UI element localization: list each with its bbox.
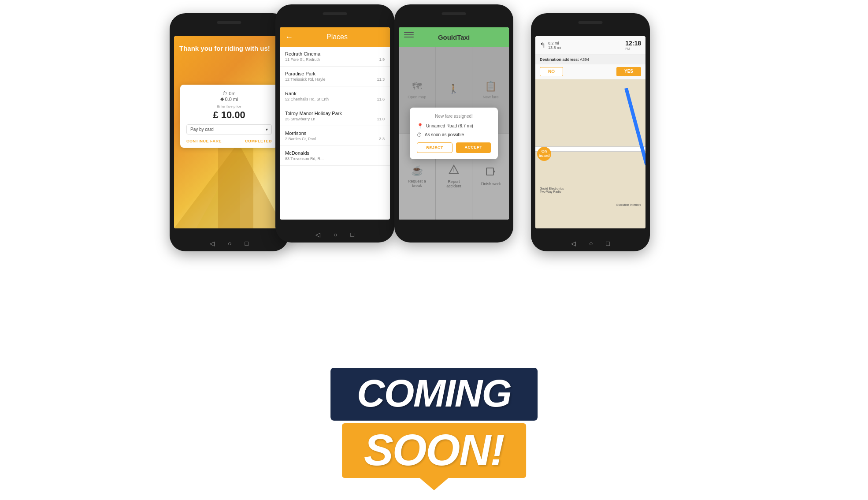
phone-1-nav: ◁ ○ □ (170, 240, 289, 247)
fare-price-label: Enter fare price (186, 104, 272, 108)
place-list-item[interactable]: Morrisons 2 Bartles Ct, Pool 3.3 (280, 126, 390, 146)
turn-distance: 0.2 mi (548, 41, 561, 45)
place-name: McDonalds (285, 150, 385, 156)
turn-arrow-icon: ↰ (540, 41, 545, 49)
back-arrow-icon[interactable]: ← (285, 33, 293, 42)
phone-3-screen: GouldTaxi 🗺 Open map 🚶 (399, 27, 509, 220)
phones-container: Thank you for riding with us! ⏱ 0m ◆ (170, 4, 698, 260)
nav-square-icon[interactable]: □ (351, 231, 354, 238)
fare-card: ⏱ 0m ◆ 0.0 mi Enter fare price £ 10.00 (180, 85, 278, 148)
place-name: Paradise Park (285, 71, 385, 76)
phone-2: ← Places Redruth Cinema 11 Fore St, Redr… (275, 4, 394, 243)
place-address: 12 Trelissick Rd, Hayle (285, 77, 326, 82)
thank-you-text: Thank you for riding with us! (179, 44, 279, 53)
modal-location-text: Unnamed Road (6.7 mi) (426, 123, 473, 128)
dest-label: Destination address: (540, 57, 579, 62)
hamburger-menu-icon[interactable] (404, 32, 414, 42)
fare-distance: ◆ 0.0 mi (220, 96, 238, 102)
place-list-item[interactable]: Tolroy Manor Holiday Park 25 Strawberry … (280, 106, 390, 126)
diamond-icon: ◆ (220, 96, 224, 102)
coming-text: COMING (357, 375, 511, 412)
place-name: Tolroy Manor Holiday Park (285, 111, 385, 116)
accept-button[interactable]: ACCEPT (456, 142, 491, 153)
nav-back-icon[interactable]: ◁ (210, 240, 215, 247)
phone-1: Thank you for riding with us! ⏱ 0m ◆ (170, 13, 289, 251)
places-title: Places (297, 33, 385, 41)
place-address: 25 Strawberry Ln (285, 117, 315, 121)
fare-price: £ 10.00 (186, 109, 272, 121)
phone1-screen: Thank you for riding with us! ⏱ 0m ◆ (174, 36, 284, 228)
place-name: Redruth Cinema (285, 51, 385, 56)
clock-icon: ⏱ (223, 91, 227, 96)
place-name: Rank (285, 91, 385, 96)
phone-4-wrapper: ↰ 0.2 mi 13.8 mi 12:18 PM (531, 13, 650, 251)
place-distance: 3.3 (379, 137, 385, 141)
fare-stats: ⏱ 0m ◆ 0.0 mi (186, 91, 272, 102)
place-address: 52 Chenhalls Rd, St Erth (285, 97, 329, 101)
completed-button[interactable]: COMPLETED (245, 139, 272, 143)
dest-value: A394 (580, 57, 589, 62)
place-address: 2 Bartles Ct, Pool (285, 137, 316, 141)
continue-fare-button[interactable]: CONTINUE FARE (186, 139, 222, 143)
turn-instruction: ↰ 0.2 mi 13.8 mi (540, 41, 561, 50)
soon-text: SOON! (364, 428, 504, 472)
location-pin-icon: 📍 (417, 123, 423, 129)
phone-4-screen: ↰ 0.2 mi 13.8 mi 12:18 PM (535, 36, 645, 228)
phone-4-nav: ◁ ○ □ (531, 240, 650, 247)
navigation-map: Evolution Interiors Gould ElectronicsTwo… (535, 79, 645, 228)
modal-timing-row: ⏱ As soon as possible (417, 132, 491, 138)
phone-2-screen: ← Places Redruth Cinema 11 Fore St, Redr… (280, 27, 390, 220)
phone-4: ↰ 0.2 mi 13.8 mi 12:18 PM (531, 13, 650, 251)
place-list-item[interactable]: McDonalds 83 Trevenson Rd, R... (280, 146, 390, 166)
place-list-item[interactable]: Redruth Cinema 11 Fore St, Redruth 1.9 (280, 47, 390, 67)
phone-2-nav: ◁ ○ □ (275, 231, 394, 238)
place-name: Morrisons (285, 131, 385, 136)
place-list-item[interactable]: Paradise Park 12 Trelissick Rd, Hayle 11… (280, 67, 390, 86)
place-list-item[interactable]: Rank 52 Chenhalls Rd, St Erth 11.6 (280, 86, 390, 106)
coming-soon-bg: COMING (330, 368, 538, 421)
reject-button[interactable]: REJECT (417, 142, 453, 153)
place-address: 83 Trevenson Rd, R... (285, 157, 324, 161)
nav-back-icon[interactable]: ◁ (571, 240, 576, 247)
phone-1-wrapper: Thank you for riding with us! ⏱ 0m ◆ (170, 13, 289, 251)
modal-title: New fare assigned! (417, 114, 491, 119)
nav-home-icon[interactable]: ○ (589, 240, 593, 247)
phone4-screen: ↰ 0.2 mi 13.8 mi 12:18 PM (535, 36, 645, 228)
phone-1-screen: Thank you for riding with us! ⏱ 0m ◆ (174, 36, 284, 228)
fare-time: ⏱ 0m (223, 91, 235, 96)
phone-2-wrapper: ← Places Redruth Cinema 11 Fore St, Redr… (275, 4, 394, 243)
places-list: Redruth Cinema 11 Fore St, Redruth 1.9 P… (280, 47, 390, 220)
no-button[interactable]: NO (540, 67, 563, 76)
fare-modal-overlay: New fare assigned! 📍 Unnamed Road (6.7 m… (399, 47, 509, 220)
modal-timing-text: As soon as possible (425, 132, 464, 137)
soon-bg: SOON! (342, 423, 526, 478)
place-distance: 11.6 (377, 97, 385, 101)
map-label-1: Evolution Interiors (616, 203, 641, 206)
fare-modal: New fare assigned! 📍 Unnamed Road (6.7 m… (410, 108, 498, 159)
yes-button[interactable]: YES (616, 67, 641, 76)
nav-home-icon[interactable]: ○ (334, 231, 337, 238)
app-title: GouldTaxi (438, 34, 470, 41)
destination-info: Destination address: A394 (535, 55, 645, 64)
onboard-circle: On board (537, 147, 551, 161)
onboard-label: On board (537, 149, 551, 158)
gouldtaxi-header: GouldTaxi (399, 27, 509, 47)
nav-topbar: ↰ 0.2 mi 13.8 mi 12:18 PM (535, 36, 645, 55)
nav-home-icon[interactable]: ○ (228, 240, 231, 247)
scene: Thank you for riding with us! ⏱ 0m ◆ (0, 0, 868, 500)
place-distance: 1.9 (379, 57, 385, 62)
nav-back-icon[interactable]: ◁ (315, 231, 320, 238)
nav-square-icon[interactable]: □ (245, 240, 249, 247)
phone2-screen: ← Places Redruth Cinema 11 Fore St, Redr… (280, 27, 390, 220)
dropdown-arrow-icon: ▾ (266, 127, 268, 132)
current-time: 12:18 (625, 40, 641, 47)
nav-square-icon[interactable]: □ (606, 240, 610, 247)
yes-no-row: NO YES (535, 64, 645, 79)
place-distance: 11.3 (377, 77, 385, 82)
payment-select[interactable]: Pay by card ▾ (186, 124, 272, 134)
total-distance: 13.8 mi (548, 45, 561, 50)
phone3-screen: GouldTaxi 🗺 Open map 🚶 (399, 27, 509, 220)
onboard-button[interactable]: On board (537, 147, 551, 161)
places-header: ← Places (280, 27, 390, 47)
phone-3: GouldTaxi 🗺 Open map 🚶 (394, 4, 513, 243)
